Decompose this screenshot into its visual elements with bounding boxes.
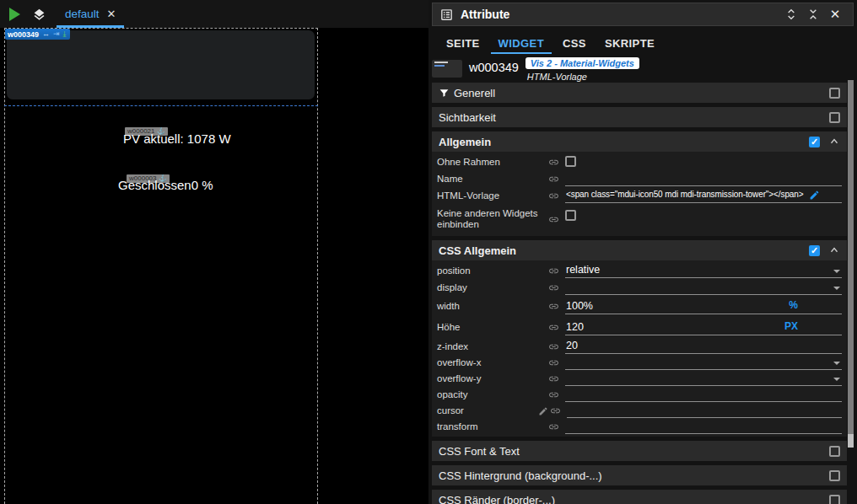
section-title: Sichtbarkeit: [439, 111, 829, 124]
link-icon[interactable]: [550, 405, 561, 416]
section-css-font-checkbox[interactable]: [829, 446, 840, 457]
widget-anchor-icon[interactable]: ↔: [42, 30, 50, 38]
selected-widget-summary: w000349 Vis 2 - Material-Widgets HTML-Vo…: [432, 57, 639, 82]
panel-scrollbar-thumb[interactable]: [848, 80, 854, 434]
attr-label: overflow-x: [437, 357, 548, 368]
link-icon[interactable]: [548, 322, 559, 333]
selected-widget-tag[interactable]: w000349 ↔ ⇥ ⤓: [5, 29, 70, 40]
overflow-x-value[interactable]: [565, 356, 842, 369]
layers-icon[interactable]: [31, 6, 47, 22]
tab-css[interactable]: CSS: [553, 34, 596, 52]
attr-row-position: position: [432, 262, 847, 279]
width-input[interactable]: [565, 300, 789, 314]
view-tab-default[interactable]: default ✕: [57, 0, 124, 28]
hoehe-input[interactable]: [565, 321, 784, 335]
text-widget-geschlossen[interactable]: Geschlossen0 %: [118, 178, 213, 192]
keine-widgets-checkbox[interactable]: [565, 210, 576, 221]
tab-seite[interactable]: SEITE: [437, 34, 489, 52]
section-css-font[interactable]: CSS Font & Text: [432, 441, 847, 461]
attributes-list-icon: [439, 8, 454, 22]
tab-skripte[interactable]: SKRIPTE: [596, 34, 664, 52]
section-css-hintergrund-checkbox[interactable]: [829, 470, 840, 481]
dropdown-caret-icon[interactable]: [833, 270, 840, 273]
widget-thumbnail: [432, 60, 462, 78]
position-select[interactable]: [565, 264, 842, 278]
widget-type-name: HTML-Vorlage: [527, 72, 639, 82]
link-icon[interactable]: [548, 157, 559, 168]
dropdown-caret-icon[interactable]: [833, 362, 840, 365]
link-icon[interactable]: [548, 301, 559, 312]
display-value[interactable]: [565, 281, 842, 294]
attr-row-overflow-y: overflow-y: [432, 371, 847, 387]
link-icon[interactable]: [548, 357, 559, 368]
vis-editor: default ✕ w000349 ↔ ⇥ ⤓ w000021 ⚓ PV akt…: [0, 0, 857, 504]
chevron-up-icon[interactable]: [828, 136, 840, 147]
link-icon[interactable]: [548, 421, 559, 432]
link-icon[interactable]: [548, 190, 559, 201]
attr-label: cursor: [437, 405, 535, 416]
hoehe-unit-button[interactable]: PX: [784, 320, 842, 335]
close-panel-icon[interactable]: ✕: [824, 7, 846, 22]
name-input[interactable]: [565, 172, 842, 185]
widget-expand-icon[interactable]: ⇥: [53, 30, 60, 38]
attribute-panel-header: Attribute ✕: [432, 3, 854, 26]
link-icon[interactable]: [548, 174, 559, 185]
display-select[interactable]: [565, 281, 842, 295]
section-css-raender[interactable]: CSS Ränder (border-...): [432, 490, 847, 504]
section-sichtbarkeit-checkbox[interactable]: [829, 112, 840, 123]
tab-widget[interactable]: WIDGET: [489, 34, 553, 52]
section-css-allgemein-checkbox[interactable]: ✓: [809, 245, 820, 256]
transform-input[interactable]: [565, 420, 842, 433]
opacity-input[interactable]: [565, 388, 842, 401]
view-canvas[interactable]: w000349 ↔ ⇥ ⤓ w000021 ⚓ PV aktuell: 1078…: [0, 28, 428, 504]
attr-row-keine-widgets: Keine anderen Widgets einbinden: [432, 204, 847, 234]
link-icon[interactable]: [548, 389, 559, 400]
link-icon[interactable]: [548, 282, 559, 293]
panel-scrollbar-end: [848, 434, 854, 448]
attr-label: opacity: [437, 389, 548, 400]
widget-resize-icon[interactable]: ⤓: [63, 30, 67, 38]
view-tab-label: default: [65, 8, 100, 20]
link-icon[interactable]: [548, 341, 559, 352]
unfold-all-icon[interactable]: [780, 8, 802, 21]
section-allgemein[interactable]: Allgemein ✓: [432, 131, 847, 152]
html-vorlage-input[interactable]: [565, 190, 842, 202]
overflow-y-select[interactable]: [565, 372, 842, 386]
ohne-rahmen-checkbox[interactable]: [565, 156, 576, 167]
overflow-y-value[interactable]: [565, 372, 842, 385]
z-index-input[interactable]: [565, 340, 842, 353]
width-unit-button[interactable]: %: [789, 299, 842, 314]
collapse-all-icon[interactable]: [802, 8, 824, 21]
attr-label: Ohne Rahmen: [437, 157, 548, 168]
section-allgemein-checkbox[interactable]: ✓: [809, 137, 820, 147]
position-value[interactable]: [565, 264, 842, 277]
attr-row-width: width %: [432, 296, 847, 317]
overflow-x-select[interactable]: [565, 356, 842, 370]
play-icon[interactable]: [9, 8, 20, 21]
widget-set-badge[interactable]: Vis 2 - Material-Widgets: [526, 57, 639, 69]
selected-widget-bottom-edge: [4, 105, 318, 106]
selected-widget-body[interactable]: [7, 30, 315, 99]
edit-pencil-icon[interactable]: [809, 190, 820, 201]
link-icon[interactable]: [548, 265, 559, 276]
text-widget-pv[interactable]: PV aktuell: 1078 W: [123, 131, 231, 146]
filter-icon: [439, 88, 450, 99]
link-icon[interactable]: [548, 214, 559, 225]
attr-label: position: [437, 265, 548, 276]
attr-label: Keine anderen Widgets einbinden: [437, 208, 548, 230]
cursor-pencil-icon[interactable]: [538, 406, 548, 416]
dropdown-caret-icon[interactable]: [833, 378, 840, 381]
attr-row-ohne-rahmen: Ohne Rahmen: [432, 153, 847, 170]
section-css-hintergrund[interactable]: CSS Hintergrund (background-...): [432, 465, 847, 485]
dropdown-caret-icon[interactable]: [833, 287, 840, 290]
section-sichtbarkeit[interactable]: Sichtbarkeit: [432, 107, 847, 127]
link-icon[interactable]: [548, 373, 559, 384]
chevron-up-icon[interactable]: [828, 244, 840, 256]
section-css-raender-checkbox[interactable]: [829, 495, 840, 504]
section-generell-checkbox[interactable]: [829, 88, 840, 99]
section-title: CSS Font & Text: [439, 445, 829, 458]
section-css-allgemein[interactable]: CSS Allgemein ✓: [432, 240, 847, 260]
cursor-input[interactable]: [567, 404, 842, 417]
section-generell[interactable]: Generell: [432, 83, 847, 103]
view-tab-close-icon[interactable]: ✕: [107, 8, 116, 20]
